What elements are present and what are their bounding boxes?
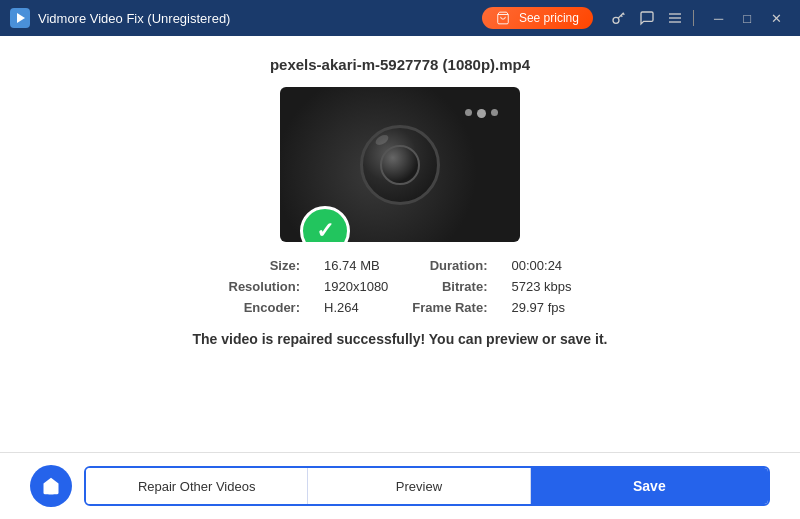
close-button[interactable]: ✕ (763, 9, 790, 28)
encoder-label: Encoder: (229, 300, 301, 315)
titlebar-separator (693, 10, 694, 26)
lens-inner (380, 145, 420, 185)
app-title: Vidmore Video Fix (Unregistered) (38, 11, 482, 26)
action-buttons-group: Repair Other Videos Preview Save (84, 466, 770, 506)
key-icon-button[interactable] (605, 6, 633, 30)
maximize-button[interactable]: □ (735, 9, 759, 28)
home-button[interactable] (30, 465, 72, 507)
video-info-grid: Size: 16.74 MB Duration: 00:00:24 Resolu… (229, 258, 572, 315)
resolution-value: 1920x1080 (324, 279, 388, 294)
lens-graphic (360, 125, 440, 205)
encoder-value: H.264 (324, 300, 388, 315)
bokeh-dot-2 (477, 109, 486, 118)
see-pricing-label: See pricing (519, 11, 579, 25)
see-pricing-button[interactable]: See pricing (482, 7, 593, 29)
video-filename: pexels-akari-m-5927778 (1080p).mp4 (270, 56, 530, 73)
lens-highlight (374, 133, 390, 147)
success-message: The video is repaired successfully! You … (193, 331, 608, 347)
menu-icon-button[interactable] (661, 6, 689, 30)
check-icon: ✓ (316, 220, 334, 242)
repair-other-videos-button[interactable]: Repair Other Videos (86, 468, 308, 504)
chat-icon-button[interactable] (633, 6, 661, 30)
duration-value: 00:00:24 (511, 258, 571, 273)
duration-label: Duration: (412, 258, 487, 273)
minimize-button[interactable]: ─ (706, 9, 731, 28)
bottom-bar: Repair Other Videos Preview Save (0, 452, 800, 519)
bokeh-dots (465, 109, 498, 118)
video-preview: ✓ (280, 87, 520, 242)
resolution-label: Resolution: (229, 279, 301, 294)
key-icon (611, 10, 627, 26)
main-content: pexels-akari-m-5927778 (1080p).mp4 ✓ Siz… (0, 36, 800, 452)
app-logo (10, 8, 30, 28)
home-icon (41, 476, 61, 496)
chat-icon (639, 10, 655, 26)
window-controls: ─ □ ✕ (706, 9, 790, 28)
save-button[interactable]: Save (531, 468, 768, 504)
bitrate-value: 5723 kbps (511, 279, 571, 294)
framerate-value: 29.97 fps (511, 300, 571, 315)
cart-icon (496, 11, 510, 25)
preview-button[interactable]: Preview (308, 468, 530, 504)
svg-point-3 (613, 17, 619, 23)
size-value: 16.74 MB (324, 258, 388, 273)
framerate-label: Frame Rate: (412, 300, 487, 315)
bokeh-dot-1 (465, 109, 472, 116)
bokeh-dot-3 (491, 109, 498, 116)
menu-icon (667, 10, 683, 26)
bitrate-label: Bitrate: (412, 279, 487, 294)
size-label: Size: (229, 258, 301, 273)
titlebar: Vidmore Video Fix (Unregistered) See pri… (0, 0, 800, 36)
